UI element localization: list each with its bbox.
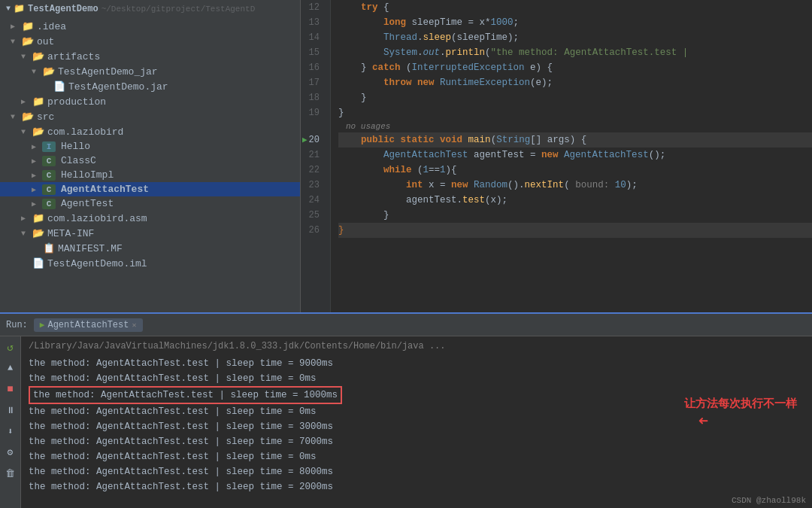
line-num-15: 15 <box>301 45 324 60</box>
run-panel: Run: ▶ AgentAttachTest ✕ ↺ ▲ ■ ⏸ ⬇ ⚙ 🗑 /… <box>0 312 812 508</box>
tree-label-out: out <box>37 36 54 47</box>
folder-icon-production: 📁 <box>32 96 45 108</box>
tree-arrow-com-laziobird-asm: ▶ <box>21 214 32 223</box>
tree-arrow-classc: ▶ <box>32 157 42 166</box>
stop-button[interactable]: ■ <box>3 382 18 397</box>
project-folder-icon: 📁 <box>14 3 25 14</box>
output-line-0: the method: AgentAttachTest.test | sleep… <box>29 356 804 371</box>
line-num-nousages <box>301 120 324 132</box>
run-tab-close-icon[interactable]: ✕ <box>132 321 136 330</box>
code-panel: 12 13 14 15 16 17 18 19 ▶ 20 21 22 23 24… <box>301 0 812 312</box>
tree-item-src[interactable]: ▼ 📂 src <box>0 109 300 124</box>
tree-label-testagentdemo-jar: TestAgentDemo_jar <box>58 66 158 78</box>
tree-arrow-idea: ▶ <box>11 22 21 31</box>
tree-arrow-helloimpl: ▶ <box>32 171 42 180</box>
folder-icon-out: 📂 <box>21 35 35 47</box>
class-icon-agentattachtest: C <box>42 184 56 195</box>
line-numbers: 12 13 14 15 16 17 18 19 ▶ 20 21 22 23 24… <box>301 0 331 312</box>
tree-label-production: production <box>47 96 106 108</box>
folder-icon-meta-inf: 📂 <box>32 227 45 239</box>
tree-label-manifest-mf: MANIFEST.MF <box>58 243 123 254</box>
code-line-15: System.out.println("the method: AgentAtt… <box>338 45 812 60</box>
run-tab-run-icon: ▶ <box>40 320 45 330</box>
settings-button[interactable]: ⚙ <box>3 445 18 460</box>
tree-item-agentattachtest[interactable]: ▶ C AgentAttachTest <box>0 182 300 196</box>
annotation-arrow: ➜ <box>698 410 708 430</box>
code-line-13: long sleepTime = x*1000; <box>338 15 812 30</box>
tree-label-helloimpl: HelloImpl <box>61 169 114 181</box>
class-icon-helloimpl: C <box>42 170 56 181</box>
tree-item-artifacts[interactable]: ▼ 📂 artifacts <box>0 49 300 64</box>
line-num-14: 14 <box>301 30 324 45</box>
run-content: ↺ ▲ ■ ⏸ ⬇ ⚙ 🗑 /Library/Java/JavaVirtualM… <box>0 336 812 508</box>
output-line-6: the method: AgentAttachTest.test | sleep… <box>29 449 804 464</box>
line-num-23: 23 <box>301 178 324 193</box>
tree-label-testagentdemo-jar-file: TestAgentDemo.jar <box>68 81 168 93</box>
project-root-arrow: ▼ <box>6 5 11 13</box>
tree-arrow-testagentdemo-jar: ▼ <box>32 68 42 76</box>
code-line-19: } <box>338 105 812 120</box>
run-tab-agentattachtest[interactable]: ▶ AgentAttachTest ✕ <box>34 318 143 332</box>
manifest-icon: 📋 <box>42 242 56 254</box>
folder-icon-artifacts: 📂 <box>32 50 45 62</box>
tree-item-com-laziobird[interactable]: ▼ 📂 com.laziobird <box>0 124 300 139</box>
pause-button[interactable]: ⏸ <box>3 403 18 418</box>
tree-arrow-src: ▼ <box>11 113 21 121</box>
code-line-26: } <box>338 223 812 238</box>
code-line-20: public static void main(String[] args) { <box>338 132 812 148</box>
class-icon-classc: C <box>42 156 56 166</box>
folder-icon-src: 📂 <box>21 111 35 123</box>
tree-item-out[interactable]: ▼ 📂 out <box>0 34 300 49</box>
project-root-label: TestAgentDemo <box>28 4 98 14</box>
tree-item-hello[interactable]: ▶ I Hello <box>0 139 300 154</box>
tree-item-com-laziobird-asm[interactable]: ▶ 📁 com.laziobird.asm <box>0 211 300 226</box>
line-num-25: 25 <box>301 208 324 223</box>
tree-item-agenttest[interactable]: ▶ C AgentTest <box>0 196 300 211</box>
project-sidebar: ▼ 📁 TestAgentDemo ~/Desktop/gitproject/T… <box>0 0 301 312</box>
tree-item-production[interactable]: ▶ 📁 production <box>0 94 300 109</box>
tree-label-classc: ClassC <box>61 155 96 166</box>
scroll-down-button[interactable]: ⬇ <box>3 424 18 439</box>
run-cmd-line: /Library/Java/JavaVirtualMachines/jdk1.8… <box>29 339 804 353</box>
code-line-14: Thread.sleep(sleepTime); <box>338 30 812 45</box>
run-sidebar: ↺ ▲ ■ ⏸ ⬇ ⚙ 🗑 <box>0 336 21 508</box>
line-num-21: 21 <box>301 148 324 163</box>
run-label: Run: <box>6 320 28 330</box>
scroll-up-button[interactable]: ▲ <box>3 360 18 376</box>
output-line-5: the method: AgentAttachTest.test | sleep… <box>29 434 804 449</box>
tree-label-meta-inf: META-INF <box>47 228 94 239</box>
trash-button[interactable]: 🗑 <box>3 466 18 481</box>
code-line-23: int x = new Random().nextInt( bound: 10)… <box>338 178 812 193</box>
code-line-16: } catch (InterruptedException e) { <box>338 60 812 75</box>
project-tree-header: ▼ 📁 TestAgentDemo ~/Desktop/gitproject/T… <box>0 0 300 17</box>
output-line-7: the method: AgentAttachTest.test | sleep… <box>29 464 804 479</box>
run-output: /Library/Java/JavaVirtualMachines/jdk1.8… <box>21 336 812 508</box>
class-icon-agenttest: C <box>42 199 56 209</box>
tree-item-testagentdemo-jar-file[interactable]: 📄 TestAgentDemo.jar <box>0 79 300 94</box>
line-num-26: 26 <box>301 223 324 238</box>
tree-item-classc[interactable]: ▶ C ClassC <box>0 154 300 168</box>
annotation-text: 让方法每次执行不一样 <box>684 397 797 411</box>
tree-item-idea[interactable]: ▶ 📁 .idea <box>0 19 300 34</box>
interface-icon-hello: I <box>42 141 56 152</box>
code-line-17: throw new RuntimeException(e); <box>338 75 812 90</box>
tree-item-manifest-mf[interactable]: 📋 MANIFEST.MF <box>0 241 300 256</box>
folder-icon-com-laziobird: 📂 <box>32 126 45 138</box>
tree-arrow-production: ▶ <box>21 97 32 106</box>
code-line-12: try { <box>338 0 812 15</box>
tree-label-hello: Hello <box>61 141 90 152</box>
line-num-22: 22 <box>301 163 324 178</box>
tree-arrow-hello: ▶ <box>32 142 42 151</box>
tree-item-testagentdemo-jar[interactable]: ▼ 📂 TestAgentDemo_jar <box>0 64 300 79</box>
iml-icon: 📄 <box>32 257 45 269</box>
tree-item-helloimpl[interactable]: ▶ C HelloImpl <box>0 168 300 182</box>
code-line-24: agentTest.test(x); <box>338 193 812 208</box>
run-gutter-icon[interactable]: ▶ <box>302 132 308 148</box>
tree-item-testagentdemo-iml[interactable]: 📄 TestAgentDemo.iml <box>0 256 300 271</box>
code-content: try { long sleepTime = x*1000; Thread.sl… <box>331 0 812 312</box>
run-tab-label: AgentAttachTest <box>47 320 129 330</box>
tree-label-agentattachtest: AgentAttachTest <box>61 184 149 195</box>
jar-file-icon: 📄 <box>53 81 66 93</box>
tree-item-meta-inf[interactable]: ▼ 📂 META-INF <box>0 226 300 241</box>
rerun-button[interactable]: ↺ <box>3 339 18 354</box>
